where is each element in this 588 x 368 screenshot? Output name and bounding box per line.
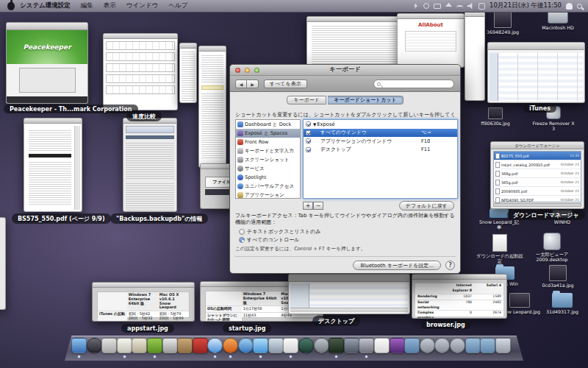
- textedit-dock-icon[interactable]: [117, 338, 132, 353]
- pdf-scrollbar[interactable]: [74, 126, 80, 210]
- apple-menu-icon[interactable]: [7, 2, 15, 10]
- category-row-4[interactable]: スクリーンショット: [236, 155, 300, 164]
- tab-keyboard[interactable]: キーボード: [287, 96, 326, 105]
- fast-user-switch-icon[interactable]: [566, 3, 573, 10]
- folder-stack-dock-icon-1[interactable]: [465, 338, 481, 353]
- back-button[interactable]: ◀: [235, 79, 247, 88]
- window-appstart[interactable]: Windows 7 Enterprise 64bit 版Mac OS X v10…: [92, 282, 195, 322]
- drive-stack-dock-icon-3[interactable]: [450, 338, 465, 353]
- window-tall-text[interactable]: [198, 46, 226, 168]
- expose-label-desktop-finder[interactable]: デスクトップ: [312, 316, 360, 326]
- shortcut-row-1[interactable]: すべてのウインドウ⌥→: [304, 129, 457, 138]
- ical-dock-icon[interactable]: [283, 338, 298, 353]
- shortcut-checkbox[interactable]: [306, 130, 311, 135]
- eject-icon[interactable]: [445, 3, 452, 10]
- category-row-5[interactable]: サービス: [236, 164, 300, 173]
- photo-stack-dock-icon[interactable]: [390, 338, 405, 353]
- show-all-button[interactable]: すべてを表示: [264, 79, 307, 88]
- search-field[interactable]: [373, 79, 454, 88]
- ichat-dock-icon[interactable]: [253, 338, 268, 353]
- download-row-3[interactable]: 365g.pdfOctober 21: [494, 178, 581, 187]
- shortcut-checkbox[interactable]: [306, 121, 311, 127]
- restore-defaults-button[interactable]: デフォルトに戻す: [399, 201, 454, 210]
- download-row-1[interactable]: inkjet_catalog_200910.pdfOctober 21: [494, 160, 581, 169]
- window-backups-info[interactable]: [123, 118, 177, 212]
- expose-label-startup[interactable]: startup.jpg: [223, 324, 271, 333]
- firefox-dock-icon[interactable]: [223, 338, 238, 353]
- shortcut-checkbox[interactable]: [306, 138, 311, 144]
- shortcut-row-0[interactable]: ▼Exposé: [304, 120, 457, 129]
- menu-clock[interactable]: 10月21日(水) 午後11:50: [490, 1, 562, 10]
- shortcut-row-3[interactable]: デスクトップF11: [304, 146, 457, 155]
- download-row-2[interactable]: 369g.pdfOctober 21: [494, 169, 581, 178]
- menu-edit[interactable]: 編集: [76, 1, 98, 10]
- desktop-icon-ff80630s[interactable]: ff80630s.jpg: [478, 107, 513, 126]
- bluetooth-keyboard-button[interactable]: Bluetooth キーボードを設定...: [353, 261, 441, 270]
- folder-stack-dock-icon-2[interactable]: [480, 338, 495, 353]
- forward-button[interactable]: ▶: [247, 79, 259, 88]
- window-itunes[interactable]: [487, 42, 585, 103]
- menu-view[interactable]: 表示: [98, 1, 121, 10]
- menu-window[interactable]: ウインドウ: [121, 1, 164, 10]
- window-speed-doc[interactable]: [103, 33, 178, 110]
- desktop-icon-0cd3a41a[interactable]: 0cd3a41a.jpg: [537, 265, 579, 288]
- reader-dock-icon[interactable]: [193, 338, 208, 353]
- expose-label-download-manager[interactable]: ダウンロードマネージャ: [507, 210, 585, 220]
- shortcut-row-2[interactable]: アプリケーションのウインドウF10: [304, 137, 457, 146]
- category-row-0[interactable]: Dashboard と Dock: [236, 120, 300, 129]
- document-stack-dock-icon[interactable]: [374, 338, 390, 353]
- desktop-icon-ichitaro-viewer[interactable]: 一太郎ビューア 2009.desktop: [526, 233, 578, 262]
- menu-app-name[interactable]: システム環境設定: [15, 1, 76, 10]
- help-button[interactable]: ?: [445, 261, 455, 270]
- radio-text-boxes-only[interactable]: テキストボックスとリストのみ: [239, 228, 320, 236]
- desktop-icon-photo[interactable]: 36948249.jpg: [481, 12, 524, 35]
- window-pdf[interactable]: [24, 118, 82, 212]
- expose-label-appstart[interactable]: appstart.jpg: [121, 324, 174, 333]
- system-preferences-dock-icon[interactable]: [359, 338, 374, 353]
- expose-label-peacekeeper[interactable]: Peacekeeper - Th...mark Corporation: [4, 105, 138, 113]
- evernote-dock-icon[interactable]: [147, 338, 162, 353]
- download-row-0[interactable]: BS575_550.pdf21:35: [494, 152, 581, 160]
- expose-label-speed-doc[interactable]: 速度比較: [126, 111, 162, 121]
- window-peacekeeper[interactable]: Peacekeeper: [6, 22, 88, 104]
- radio-all-controls[interactable]: すべてのコントロール: [239, 236, 299, 244]
- gray-app-dock-icon[interactable]: [101, 338, 117, 353]
- desktop-icon-31d49317[interactable]: 31d49317.jpg: [541, 293, 584, 314]
- time-machine-icon[interactable]: [423, 3, 429, 9]
- window-allabout[interactable]: AllAbout: [397, 13, 465, 68]
- tab-keyboard-shortcuts[interactable]: キーボードショートカット: [328, 96, 403, 105]
- drive-stack-dock-icon-1[interactable]: [420, 338, 435, 353]
- stats-app-dock-icon[interactable]: [162, 338, 178, 353]
- shortcut-checkbox[interactable]: [306, 147, 311, 152]
- preview-dock-icon[interactable]: [268, 338, 284, 353]
- trash-dock-icon[interactable]: [495, 338, 511, 353]
- notebook-dock-icon[interactable]: [177, 338, 193, 353]
- window-left-sliver[interactable]: [0, 217, 6, 310]
- window-sliver[interactable]: [465, 11, 485, 101]
- expose-label-itunes[interactable]: iTunes: [523, 104, 556, 113]
- activity-monitor-dock-icon[interactable]: [329, 338, 344, 353]
- window-download-manager[interactable]: ダウンロードマネージャ BS575_550.pdf21:35inkjet_cat…: [490, 141, 584, 209]
- disclosure-icon[interactable]: ▼: [313, 122, 316, 127]
- expose-label-pdf[interactable]: BS575_550.pdf (ページ 9/9): [12, 213, 111, 224]
- input-source-icon[interactable]: [478, 3, 485, 10]
- category-row-3[interactable]: キーボードと文字入力: [236, 146, 300, 155]
- round-gray-app-dock-icon[interactable]: [314, 338, 329, 353]
- time-machine-dock-icon[interactable]: [298, 338, 314, 353]
- wifi-icon[interactable]: [456, 5, 463, 10]
- displays-icon[interactable]: [434, 4, 441, 9]
- window-desktop-finder[interactable]: [288, 274, 410, 314]
- category-row-8[interactable]: アプリケーション: [236, 191, 300, 199]
- dictionary-dock-icon[interactable]: [132, 338, 147, 353]
- remove-shortcut-button[interactable]: −: [313, 202, 323, 210]
- expose-label-backups-info[interactable]: "Backups.backupdb"の情報: [110, 213, 208, 224]
- sync-icon[interactable]: [412, 3, 419, 10]
- dvd-player-dock-icon[interactable]: [87, 338, 102, 353]
- downloads-stack-dock-icon[interactable]: [404, 338, 420, 353]
- expose-label-browser-table[interactable]: browser.jpg: [420, 320, 471, 329]
- window-small-table[interactable]: [179, 43, 197, 103]
- window-text-doc[interactable]: [306, 16, 406, 68]
- add-shortcut-button[interactable]: +: [303, 202, 313, 210]
- desktop-icon-download-settings[interactable]: ダウンロードの起動設定: [476, 234, 523, 263]
- category-row-7[interactable]: ユニバーサルアクセス: [236, 182, 300, 191]
